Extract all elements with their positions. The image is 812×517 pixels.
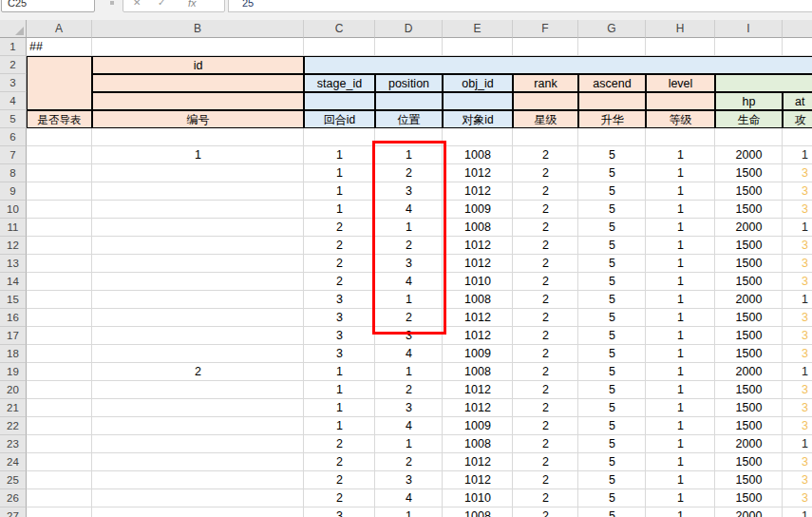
cell-C25[interactable]: 2 [304,471,375,489]
cell-J25-atk-clipped[interactable]: 3 [783,471,812,489]
column-header-I[interactable]: I [715,20,783,38]
cell-C11[interactable]: 2 [304,219,375,237]
cell-C5-round-id[interactable]: 回合id [304,110,375,128]
cell-I18[interactable]: 1500 [715,345,783,363]
cell-C23[interactable]: 2 [304,435,375,453]
cell-G24[interactable]: 5 [578,453,646,471]
cell-G11[interactable]: 5 [578,219,646,237]
cell-J20-atk-clipped[interactable]: 3 [783,381,812,399]
cell-J18-atk-clipped[interactable]: 3 [783,345,812,363]
cell-G5-ascend[interactable]: 升华 [578,110,646,128]
cell-C4[interactable] [304,92,375,110]
cell-C21[interactable]: 1 [304,399,375,417]
cell-J8-atk-clipped[interactable]: 3 [783,164,812,182]
cell-J21-atk-clipped[interactable]: 3 [783,399,812,417]
cell-I12[interactable]: 1500 [715,237,783,255]
row-header-24[interactable]: 24 [0,453,27,471]
cell-J22-atk-clipped[interactable]: 3 [783,417,812,435]
cell-F19[interactable]: 2 [513,363,578,381]
cell-C27[interactable]: 3 [304,507,375,517]
column-header-A[interactable]: A [27,20,92,38]
cell-C15[interactable]: 3 [304,291,375,309]
cell-I22[interactable]: 1500 [715,417,783,435]
cell-F21[interactable]: 2 [513,399,578,417]
accept-icon[interactable]: ✓ [158,0,165,10]
cell-I16[interactable]: 1500 [715,309,783,327]
cell-F22[interactable]: 2 [513,417,578,435]
cell-E3-obj-id[interactable]: obj_id [443,74,513,92]
cell-B7[interactable]: 1 [92,146,304,164]
cell-H12[interactable]: 1 [646,237,715,255]
cell-G15[interactable]: 5 [578,291,646,309]
cell-E20[interactable]: 1012 [443,381,513,399]
cell-I21[interactable]: 1500 [715,399,783,417]
cell-E9[interactable]: 1012 [443,182,513,201]
cell-E8[interactable]: 1012 [443,164,513,182]
cell-G19[interactable]: 5 [578,363,646,381]
cell-H23[interactable]: 1 [646,435,715,453]
cell-I13[interactable]: 1500 [715,255,783,273]
cell-F12[interactable]: 2 [513,237,578,255]
cell-I23[interactable]: 2000 [715,435,783,453]
cell-J12-atk-clipped[interactable]: 3 [783,237,812,255]
cell-E7[interactable]: 1008 [443,146,513,164]
cell-D24[interactable]: 2 [375,453,443,471]
cell-C2-band[interactable] [304,56,812,74]
row-header-20[interactable]: 20 [0,381,27,399]
row-header-18[interactable]: 18 [0,345,27,363]
cell-F9[interactable]: 2 [513,182,578,201]
row-header-1[interactable]: 1 [0,38,27,56]
cell-H11[interactable]: 1 [646,219,715,237]
cell-J4-atk-clipped[interactable]: at [783,92,812,110]
cell-A5-export-flag[interactable]: 是否导表 [27,110,92,128]
cell-B3[interactable] [92,74,304,92]
cell-E17[interactable]: 1012 [443,327,513,345]
cell-B2-id[interactable]: id [92,56,304,74]
row-header-19[interactable]: 19 [0,363,27,381]
row-header-11[interactable]: 11 [0,219,27,237]
cell-H10[interactable]: 1 [646,201,715,219]
cell-E24[interactable]: 1012 [443,453,513,471]
column-header-G[interactable]: G [578,20,646,38]
cell-C3-stage-id[interactable]: stage_id [304,74,375,92]
cell-F23[interactable]: 2 [513,435,578,453]
cell-C10[interactable]: 1 [304,201,375,219]
cell-E12[interactable]: 1012 [443,237,513,255]
cell-H4[interactable] [646,92,715,110]
cell-E22[interactable]: 1009 [443,417,513,435]
cell-C13[interactable]: 2 [304,255,375,273]
column-header-F[interactable]: F [513,20,578,38]
row-header-12[interactable]: 12 [0,237,27,255]
row-header-9[interactable]: 9 [0,182,27,201]
cell-C22[interactable]: 1 [304,417,375,435]
cell-D5-position[interactable]: 位置 [375,110,443,128]
name-box[interactable]: C25 [1,0,95,12]
cell-C16[interactable]: 3 [304,309,375,327]
cell-J13-atk-clipped[interactable]: 3 [783,255,812,273]
row-header-16[interactable]: 16 [0,309,27,327]
cell-G13[interactable]: 5 [578,255,646,273]
cell-D22[interactable]: 4 [375,417,443,435]
row-header-3[interactable]: 3 [0,74,27,92]
cell-G7[interactable]: 5 [578,146,646,164]
row-header-14[interactable]: 14 [0,273,27,291]
cell-F24[interactable]: 2 [513,453,578,471]
cell-G8[interactable]: 5 [578,164,646,182]
cell-E25[interactable]: 1012 [443,471,513,489]
cell-H18[interactable]: 1 [646,345,715,363]
cell-E18[interactable]: 1009 [443,345,513,363]
cell-H17[interactable]: 1 [646,327,715,345]
cell-I3-band[interactable] [715,74,812,92]
cell-F16[interactable]: 2 [513,309,578,327]
cell-H15[interactable]: 1 [646,291,715,309]
cell-D27[interactable]: 1 [375,507,443,517]
column-header-H[interactable]: H [646,20,715,38]
cell-F15[interactable]: 2 [513,291,578,309]
row-header-27[interactable]: 27 [0,507,27,517]
cell-H20[interactable]: 1 [646,381,715,399]
cell-A2-A4-merged[interactable] [27,56,92,110]
cell-D26[interactable]: 4 [375,489,443,507]
cell-E5-obj-id[interactable]: 对象id [443,110,513,128]
cell-I15[interactable]: 2000 [715,291,783,309]
cell-C18[interactable]: 3 [304,345,375,363]
